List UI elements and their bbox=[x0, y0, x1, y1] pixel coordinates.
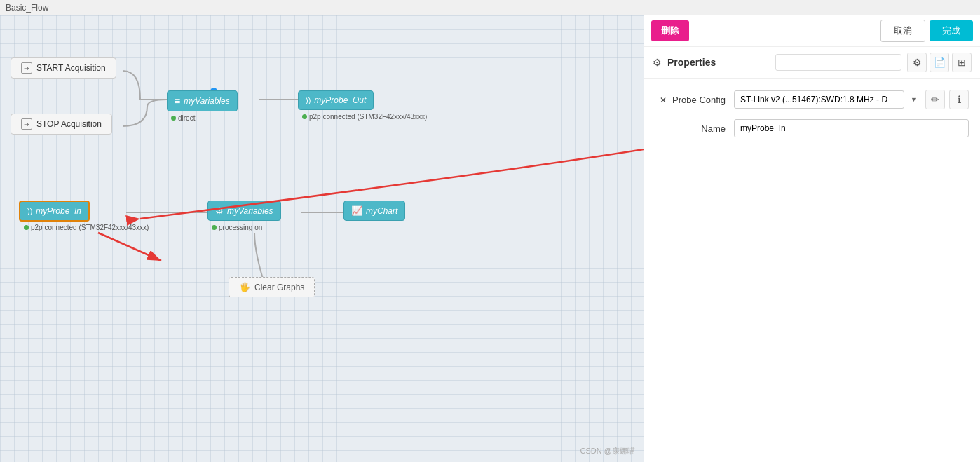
red-arrow-1 bbox=[0, 15, 610, 462]
clear-graphs-node[interactable]: 🖐 Clear Graphs bbox=[229, 277, 315, 297]
red-arrow-2 bbox=[0, 15, 644, 462]
myprobe-in-label: myProbe_In bbox=[36, 206, 81, 216]
mychart-label: myChart bbox=[366, 206, 397, 216]
probe-config-select[interactable]: ST-Link v2 (...51467):SWD:1.8 MHz - D bbox=[734, 90, 904, 109]
layout-icon-btn[interactable]: ⊞ bbox=[952, 53, 972, 72]
probe-config-select-wrapper: ST-Link v2 (...51467):SWD:1.8 MHz - D bbox=[734, 90, 921, 109]
start-acquisition-label: START Acquisition bbox=[36, 63, 106, 73]
probe-config-label: ✕ Probe Config bbox=[655, 95, 726, 105]
canvas-area[interactable]: ⇥ START Acquisition ⇥ STOP Acquisition ≡… bbox=[0, 15, 644, 462]
doc-icon-btn[interactable]: 📄 bbox=[930, 53, 949, 72]
start-acquisition-node[interactable]: ⇥ START Acquisition bbox=[11, 57, 116, 79]
name-value-container bbox=[734, 119, 969, 137]
clear-graphs-label: Clear Graphs bbox=[254, 283, 304, 292]
name-label: Name bbox=[655, 123, 726, 134]
gear-icon: ⚙ bbox=[653, 57, 662, 68]
name-input[interactable] bbox=[734, 119, 969, 137]
watermark: CSDN @康娜喵 bbox=[580, 446, 635, 456]
stop-trigger-icon: ⇥ bbox=[21, 118, 32, 130]
panel-top-bar: 删除 取消 完成 bbox=[644, 15, 980, 47]
myvariables-bottom-icon: ⚙ bbox=[215, 205, 224, 216]
myprobe-out-label: myProbe_Out bbox=[314, 95, 366, 105]
myvariables-top-label: myVariables bbox=[184, 96, 230, 106]
status-dot bbox=[171, 116, 176, 121]
properties-title: Properties bbox=[667, 57, 770, 68]
mychart-node[interactable]: 📈 myChart bbox=[343, 201, 405, 221]
properties-search[interactable] bbox=[775, 54, 901, 71]
stop-acquisition-node[interactable]: ⇥ STOP Acquisition bbox=[11, 114, 112, 135]
status-dot-vars bbox=[212, 225, 217, 230]
cancel-button[interactable]: 取消 bbox=[880, 20, 925, 42]
status-dot-in bbox=[24, 225, 29, 230]
trigger-icon: ⇥ bbox=[21, 62, 32, 74]
myprobe-out-node[interactable]: )) myProbe_Out p2p connected (STM32F42xx… bbox=[298, 90, 374, 110]
top-bar: Basic_Flow bbox=[0, 0, 980, 15]
myvariables-bottom-status: processing on bbox=[212, 224, 262, 231]
status-dot-out bbox=[302, 114, 307, 119]
myprobe-out-icon: )) bbox=[306, 96, 311, 104]
probe-config-row: ✕ Probe Config ST-Link v2 (...51467):SWD… bbox=[655, 90, 969, 109]
stop-acquisition-label: STOP Acquisition bbox=[36, 119, 102, 129]
done-button[interactable]: 完成 bbox=[930, 20, 973, 41]
connections-svg bbox=[0, 15, 644, 462]
mychart-icon: 📈 bbox=[351, 205, 362, 216]
probe-info-btn[interactable]: ℹ bbox=[949, 90, 969, 109]
panel-header: ⚙ Properties ⚙ 📄 ⊞ bbox=[644, 47, 980, 79]
panel-header-icons: ⚙ 📄 ⊞ bbox=[907, 53, 972, 72]
myprobe-in-node[interactable]: )) myProbe_In p2p connected (STM32F42xxx… bbox=[19, 201, 90, 222]
myprobe-in-status: p2p connected (STM32F42xxx/43xxx) bbox=[24, 224, 149, 231]
settings-icon-btn[interactable]: ⚙ bbox=[907, 53, 927, 72]
myvariables-top-icon: ≡ bbox=[175, 95, 180, 107]
main-area: ⇥ START Acquisition ⇥ STOP Acquisition ≡… bbox=[0, 15, 980, 462]
myvariables-top-node[interactable]: ≡ myVariables direct bbox=[167, 90, 238, 111]
breadcrumb-title: Basic_Flow bbox=[6, 3, 48, 13]
delete-button[interactable]: 删除 bbox=[651, 20, 689, 41]
probe-icon: ✕ bbox=[660, 95, 667, 105]
myprobe-out-status: p2p connected (STM32F42xxx/43xxx) bbox=[302, 113, 427, 121]
myprobe-in-icon: )) bbox=[27, 207, 32, 215]
probe-edit-btn[interactable]: ✏ bbox=[925, 90, 945, 109]
name-row: Name bbox=[655, 119, 969, 137]
clear-graphs-icon: 🖐 bbox=[239, 282, 250, 292]
myvariables-top-status: direct bbox=[171, 114, 195, 122]
myvariables-bottom-node[interactable]: ⚙ myVariables processing on bbox=[207, 201, 281, 221]
probe-config-value-container: ST-Link v2 (...51467):SWD:1.8 MHz - D ✏ … bbox=[734, 90, 969, 109]
panel-body: ✕ Probe Config ST-Link v2 (...51467):SWD… bbox=[644, 79, 980, 149]
right-panel: 删除 取消 完成 ⚙ Properties ⚙ 📄 ⊞ ✕ Probe Conf… bbox=[644, 15, 980, 462]
myvariables-bottom-label: myVariables bbox=[227, 206, 273, 216]
